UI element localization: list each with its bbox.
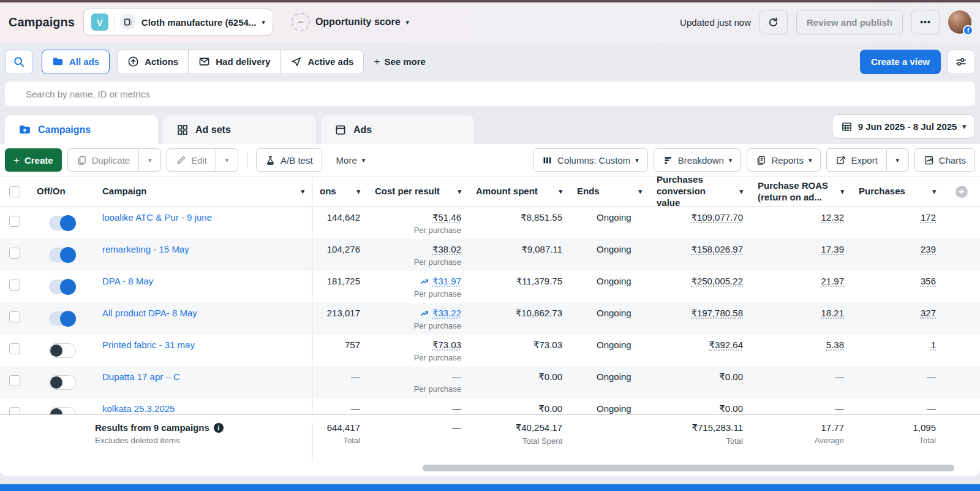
date-range-text: 9 Jun 2025 - 8 Jul 2025 [858, 121, 957, 132]
page-icon [334, 124, 347, 136]
copy-icon [77, 155, 87, 166]
export-caret-button[interactable]: ▾ [887, 148, 909, 172]
column-header-campaign[interactable]: Campaign ▾ [95, 177, 312, 207]
reports-button[interactable]: Reports ▾ [747, 148, 821, 172]
row-checkbox[interactable] [9, 311, 20, 322]
user-avatar[interactable]: f [948, 10, 971, 34]
chevron-down-icon: ▾ [262, 19, 265, 26]
date-range-selector[interactable]: 9 Jun 2025 - 8 Jul 2025 ▾ [832, 114, 975, 139]
table-row: looalike ATC & Pur - 9 june 144,642 ₹51.… [0, 207, 980, 239]
row-checkbox[interactable] [9, 216, 20, 227]
column-header-conversion-value[interactable]: Purchases conversion value ▾ [649, 177, 750, 207]
campaign-link[interactable]: All product DPA- 8 May [102, 308, 197, 318]
ad-account-selector[interactable]: V Cloth manufacture (6254... ▾ [83, 9, 273, 36]
info-icon[interactable]: i [214, 423, 224, 433]
opportunity-score-circle: -- [292, 13, 310, 31]
chevron-down-icon: ▾ [353, 188, 360, 195]
column-header-purchase-roas[interactable]: Purchase ROAS (return on ad... ▾ [750, 177, 851, 207]
trend-up-icon [420, 309, 429, 318]
chevron-down-icon: ▾ [225, 157, 229, 164]
table-row: remarketing - 15 May 104,276 ₹38.02Per p… [0, 239, 980, 271]
add-column-button[interactable]: + [956, 186, 968, 198]
totals-sublabel: Excludes deleted items [95, 436, 312, 445]
campaign-toggle[interactable] [49, 216, 76, 230]
tab-ad-sets[interactable]: Ad sets [163, 115, 316, 144]
table-header-row: Off/On Campaign ▾ ons ▾ Cost per result … [0, 176, 980, 207]
breakdown-button[interactable]: Breakdown ▾ [654, 148, 742, 172]
columns-icon [542, 155, 552, 166]
filter-all-ads[interactable]: All ads [42, 50, 110, 74]
chevron-down-icon: ▾ [297, 188, 304, 195]
page-title: Campaigns [9, 15, 75, 29]
table-row: Dupatta 17 apr – C — —Per purchase ₹0.00… [0, 367, 980, 398]
search-input[interactable] [5, 82, 975, 106]
column-header-ends[interactable]: Ends ▾ [570, 177, 649, 207]
create-button[interactable]: + Create [5, 148, 62, 172]
refresh-icon [767, 17, 779, 28]
trend-up-icon [420, 277, 429, 286]
search-filter-button[interactable] [5, 50, 33, 74]
campaign-link[interactable]: looalike ATC & Pur - 9 june [102, 212, 212, 223]
more-button[interactable]: More ▾ [328, 148, 374, 172]
review-and-publish-button[interactable]: Review and publish [796, 10, 903, 34]
chevron-down-icon: ▾ [635, 157, 639, 164]
campaign-toggle[interactable] [49, 407, 76, 414]
columns-button[interactable]: Columns: Custom ▾ [533, 148, 648, 172]
campaign-toggle[interactable] [49, 343, 76, 358]
more-options-button[interactable]: ••• [911, 10, 940, 34]
campaign-link[interactable]: remarketing - 15 May [102, 244, 189, 254]
export-button[interactable]: Export [826, 148, 886, 172]
tab-ads[interactable]: Ads [321, 115, 474, 144]
see-more-filters[interactable]: + See more [374, 56, 425, 67]
campaign-link[interactable]: Printed fabric - 31 may [102, 340, 195, 350]
column-header-purchases[interactable]: Purchases ▾ [851, 177, 943, 207]
row-checkbox[interactable] [9, 248, 20, 259]
filter-had-delivery[interactable]: Had delivery [188, 50, 281, 74]
table-row: All product DPA- 8 May 213,017 ₹33.22 Pe… [0, 303, 980, 335]
duplicate-split-button: Duplicate ▾ [67, 148, 162, 172]
filter-actions[interactable]: Actions [117, 50, 189, 74]
duplicate-caret-button[interactable]: ▾ [139, 148, 161, 172]
table-row: kolkata 25.3.2025 — — ₹0.00 Ongoing ₹0.0… [0, 398, 980, 414]
edit-caret-button[interactable]: ▾ [216, 148, 238, 172]
table-row: DPA - 8 May 181,725 ₹31.97 Per purchase … [0, 271, 980, 303]
column-header-cost-per-result[interactable]: Cost per result ▾ [368, 177, 469, 207]
edit-split-button: Edit ▾ [167, 148, 238, 172]
column-header-amount-spent[interactable]: Amount spent ▾ [469, 177, 570, 207]
envelope-icon [198, 56, 210, 67]
grid-icon [176, 124, 189, 136]
campaign-toggle[interactable] [49, 280, 76, 294]
column-header-results[interactable]: ons ▾ [312, 177, 368, 207]
horizontal-scrollbar [0, 465, 980, 472]
row-checkbox[interactable] [9, 280, 20, 291]
charts-button[interactable]: Charts [914, 148, 975, 172]
row-checkbox[interactable] [9, 343, 20, 354]
bottom-taskbar-edge [0, 484, 980, 491]
opportunity-score-selector[interactable]: -- Opportunity score ▾ [292, 13, 409, 31]
campaign-toggle[interactable] [49, 311, 76, 326]
edit-button[interactable]: Edit [167, 148, 216, 172]
filter-bar: All ads Actions Had delivery Active ads … [0, 42, 980, 82]
row-checkbox[interactable] [9, 375, 20, 386]
campaign-toggle[interactable] [49, 375, 76, 390]
folder-icon [52, 56, 64, 67]
view-settings-button[interactable] [947, 50, 975, 74]
tab-campaigns[interactable]: Campaigns [5, 115, 158, 144]
totals-label: Results from 9 campaigns [95, 422, 209, 433]
create-a-view-button[interactable]: Create a view [860, 50, 941, 74]
filter-group: Actions Had delivery Active ads [117, 50, 364, 74]
column-header-add: + [943, 177, 980, 207]
campaign-link[interactable]: Dupatta 17 apr – C [102, 371, 180, 382]
campaign-link[interactable]: kolkata 25.3.2025 [102, 403, 175, 414]
campaign-toggle[interactable] [49, 248, 76, 262]
campaign-link[interactable]: DPA - 8 May [102, 276, 153, 286]
search-icon [13, 56, 25, 68]
duplicate-button[interactable]: Duplicate [67, 148, 140, 172]
row-checkbox[interactable] [9, 407, 20, 414]
horizontal-scrollbar-thumb[interactable] [423, 465, 954, 471]
select-all-checkbox[interactable] [9, 186, 20, 197]
chevron-down-icon: ▾ [837, 188, 844, 195]
refresh-button[interactable] [760, 10, 788, 34]
filter-active-ads[interactable]: Active ads [280, 50, 364, 74]
ab-test-button[interactable]: A/B test [256, 148, 322, 172]
